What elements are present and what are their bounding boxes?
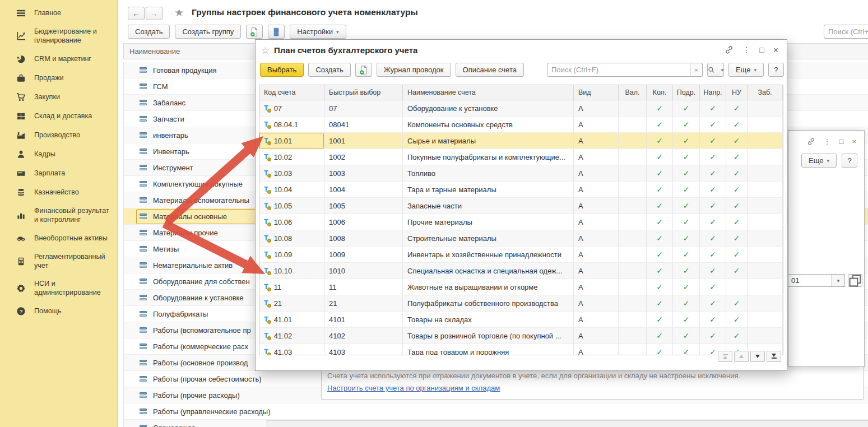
kind-cell: А [574, 100, 619, 116]
scroll-down-button[interactable] [750, 351, 765, 362]
list-item[interactable]: Работы (управленческие расходы) [124, 403, 868, 420]
help-button[interactable]: ? [768, 63, 784, 77]
clear-search-button[interactable]: × [690, 63, 703, 77]
column-header[interactable]: Вид [574, 85, 619, 100]
sidebar-item[interactable]: ? Помощь [0, 301, 117, 321]
document-plus-icon [249, 27, 259, 37]
quantity-flag-cell: ✓ [647, 230, 673, 246]
sidebar-item[interactable]: Бюджетирование и планирование [0, 22, 117, 49]
account-row[interactable]: Т07 07 Оборудование к установке А ✓ ✓ ✓ … [259, 100, 783, 117]
settings-button[interactable]: Настройки▾ [290, 25, 346, 39]
favorite-star-icon[interactable]: ★ [174, 6, 184, 19]
sidebar-item[interactable]: Внеоборотные активы [0, 229, 117, 248]
sidebar-item[interactable]: Финансовый результат и контроллинг [0, 202, 117, 229]
create-copy-button[interactable] [355, 63, 372, 77]
group-icon [140, 344, 147, 349]
sidebar-item-label: Зарплата [34, 169, 113, 178]
account-code-cell: Т41.01 [259, 312, 324, 327]
column-header[interactable]: Быстрый выбор [324, 85, 403, 100]
forward-button[interactable]: → [146, 7, 163, 20]
currency-flag-cell [619, 214, 647, 230]
document-plus-icon [359, 65, 369, 75]
dialog-search-input[interactable] [547, 63, 690, 77]
create-copy-button[interactable] [246, 25, 263, 39]
sidebar-item[interactable]: Регламентированный учет [0, 248, 117, 275]
column-header[interactable]: Вал. [619, 85, 647, 100]
account-row[interactable]: Т41.03 4103 Тара под товаром и порожняя … [259, 344, 783, 355]
account-row[interactable]: Т10.10 1010 Специальная оснастка и специ… [259, 263, 783, 279]
account-row[interactable]: Т10.06 1006 Прочие материалы А ✓ ✓ ✓ ✓ [259, 214, 783, 230]
sidebar: Главное Бюджетирование и планирование CR… [0, 0, 118, 427]
account-row[interactable]: Т41.01 4101 Товары на складах А ✓ ✓ ✓ ✓ [259, 312, 783, 328]
assets-icon [15, 233, 26, 243]
account-row[interactable]: Т10.03 1003 Топливо А ✓ ✓ ✓ ✓ [259, 165, 783, 182]
kind-cell: А [574, 344, 619, 355]
scroll-up-button[interactable] [734, 351, 749, 362]
sidebar-item[interactable]: CRM и маркетинг [0, 49, 117, 68]
account-row[interactable]: Т10.08 1008 Строительные материалы А ✓ ✓… [259, 230, 783, 247]
create-button[interactable]: Создать [308, 63, 350, 77]
back-button[interactable]: ← [128, 7, 145, 20]
column-header[interactable]: НУ [726, 85, 748, 100]
account-row[interactable]: Т11 11 Животные на выращивании и откорме… [259, 279, 783, 295]
kind-cell: А [574, 328, 619, 344]
help-button[interactable]: ? [842, 154, 857, 168]
account-name-cell: Запасные части [403, 198, 574, 214]
column-header[interactable]: Подр. [673, 85, 700, 100]
currency-flag-cell [619, 247, 647, 262]
account-row[interactable]: Т10.05 1005 Запасные части А ✓ ✓ ✓ ✓ [259, 198, 783, 214]
account-row[interactable]: Т21 21 Полуфабрикаты собственного произв… [259, 295, 783, 312]
scroll-to-bottom-button[interactable] [767, 351, 781, 362]
create-group-button[interactable]: Создать группу [175, 25, 241, 39]
account-row[interactable]: Т10.01 1001 Сырье и материалы А ✓ ✓ ✓ ✓ [259, 133, 783, 149]
create-button[interactable]: Создать [128, 25, 170, 39]
account-row[interactable]: Т10.09 1009 Инвентарь и хозяйственные пр… [259, 247, 783, 263]
sidebar-item[interactable]: Склад и доставка [0, 106, 117, 126]
account-name-cell: Компоненты основных средств [403, 117, 574, 132]
maximize-icon[interactable]: □ [759, 46, 764, 54]
account-row[interactable]: Т10.02 1002 Покупные полуфабрикаты и ком… [259, 149, 783, 165]
link-icon[interactable] [725, 45, 734, 54]
field-dropdown-button[interactable]: ▾ [832, 274, 845, 287]
account-row[interactable]: Т41.02 4102 Товары в розничной торговле … [259, 328, 783, 344]
sidebar-item[interactable]: Казначейство [0, 183, 117, 202]
quick-select-cell: 4102 [324, 328, 403, 344]
select-button[interactable]: Выбрать [260, 63, 304, 77]
more-button[interactable]: Еще▾ [801, 154, 837, 168]
account-description-button[interactable]: Описание счета [456, 63, 524, 77]
kind-cell: А [574, 263, 619, 279]
account-field[interactable] [788, 274, 832, 287]
sidebar-item[interactable]: Закупки [0, 87, 117, 106]
advanced-search-button[interactable]: ▾ [707, 63, 724, 77]
field-open-button[interactable] [848, 274, 862, 287]
journal-button[interactable]: Журнал проводок [377, 63, 451, 77]
chevron-down-icon: ▾ [754, 67, 756, 73]
account-code-cell: Т10.05 [259, 198, 324, 214]
close-icon[interactable]: × [852, 138, 856, 146]
column-header[interactable]: Кол. [647, 85, 673, 100]
configure-accounts-link[interactable]: Настроить счета учета по организациям и … [327, 384, 500, 392]
account-row[interactable]: Т10.04 1004 Тара и тарные материалы А ✓ … [259, 182, 783, 198]
kebab-menu-icon[interactable]: ⋮ [742, 46, 750, 54]
sidebar-item[interactable]: Производство [0, 126, 117, 145]
sidebar-item[interactable]: Продажи [0, 68, 117, 87]
column-header[interactable]: Напр. [700, 85, 726, 100]
more-button[interactable]: Еще▾ [728, 63, 764, 77]
column-header[interactable]: Заб. [748, 85, 783, 100]
list-icon [271, 27, 281, 37]
list-view-button[interactable] [268, 25, 285, 39]
column-header[interactable]: Наименование счета [403, 85, 574, 100]
scroll-to-top-button[interactable] [718, 351, 732, 362]
main-search-input[interactable] [824, 25, 868, 39]
column-header[interactable]: Код счета [259, 85, 324, 100]
sidebar-item[interactable]: Зарплата [0, 164, 117, 183]
sidebar-item[interactable]: Кадры [0, 145, 117, 164]
kebab-menu-icon[interactable]: ⋮ [824, 138, 831, 146]
link-icon[interactable] [807, 137, 815, 146]
close-icon[interactable]: × [773, 46, 778, 54]
favorite-star-icon[interactable]: ☆ [261, 45, 270, 57]
maximize-icon[interactable]: □ [839, 138, 844, 146]
sidebar-item[interactable]: НСИ и администрирование [0, 275, 117, 301]
sidebar-item[interactable]: Главное [0, 3, 117, 22]
account-row[interactable]: Т08.04.1 08041 Компоненты основных средс… [259, 117, 783, 133]
